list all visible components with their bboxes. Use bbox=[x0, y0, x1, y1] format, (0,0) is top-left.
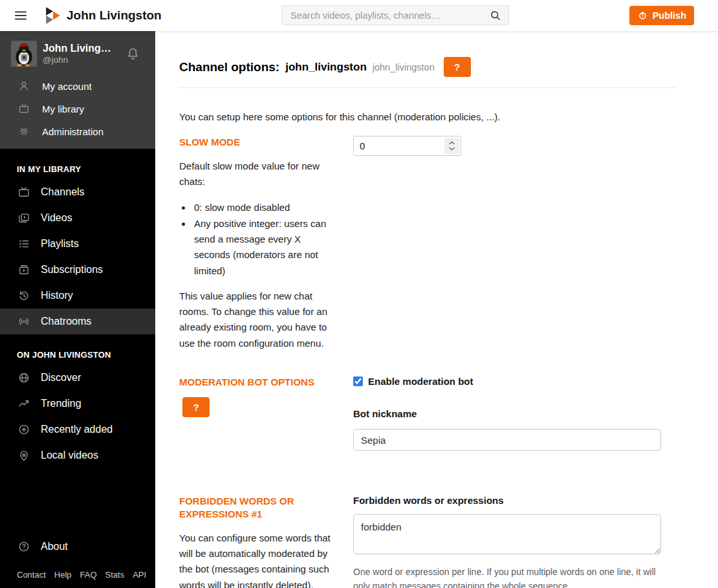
footer-link-stats[interactable]: Stats bbox=[105, 570, 125, 580]
bot-nickname-label: Bot nickname bbox=[353, 408, 661, 419]
sidebar: John Livingston @john My account My libr… bbox=[0, 31, 155, 588]
slow-mode-note: This value applies for new chat rooms. T… bbox=[179, 289, 331, 351]
peertube-logo[interactable] bbox=[46, 7, 60, 24]
sidebar-item-playlists[interactable]: Playlists bbox=[0, 231, 155, 257]
sidebar-item-label: Trending bbox=[41, 398, 82, 409]
sidebar-spacer bbox=[0, 468, 155, 534]
bot-nickname-input[interactable] bbox=[353, 429, 661, 451]
avatar[interactable] bbox=[11, 41, 37, 67]
search-input[interactable] bbox=[290, 10, 489, 21]
footer-link-help[interactable]: Help bbox=[54, 570, 72, 580]
globe-icon bbox=[17, 371, 30, 384]
moderation-bot-help-button[interactable]: ? bbox=[182, 397, 210, 417]
slow-mode-bullets: 0: slow mode disabled Any positive integ… bbox=[192, 200, 331, 278]
notification-bell-icon[interactable] bbox=[125, 46, 141, 62]
enable-bot-row: Enable moderation bot bbox=[353, 376, 661, 387]
footer-link-faq[interactable]: FAQ bbox=[80, 570, 97, 580]
account-menu: My account My library Administration bbox=[0, 75, 155, 143]
sidebar-item-history[interactable]: History bbox=[0, 283, 155, 309]
sidebar-item-local-videos[interactable]: Local videos bbox=[0, 442, 155, 468]
search-icon[interactable] bbox=[489, 9, 502, 22]
sidebar-item-chatrooms[interactable]: Chatrooms bbox=[0, 309, 155, 334]
page-title-row: Channel options: john_livingston john_li… bbox=[179, 57, 676, 88]
moderation-bot-label: MODERATION BOT OPTIONS bbox=[179, 376, 331, 389]
sidebar-item-trending[interactable]: Trending bbox=[0, 391, 155, 417]
moderation-bot-section: MODERATION BOT OPTIONS ? Enable moderati… bbox=[179, 376, 676, 451]
tv-icon bbox=[17, 186, 30, 199]
sidebar-item-label: Videos bbox=[41, 212, 72, 224]
page-help-button[interactable]: ? bbox=[444, 57, 471, 77]
sidebar-item-label: My account bbox=[42, 81, 92, 92]
chevron-up-icon bbox=[449, 141, 455, 145]
slow-mode-field bbox=[353, 136, 461, 156]
channel-name: john_livingston bbox=[285, 61, 367, 74]
enable-moderation-bot-checkbox[interactable] bbox=[353, 376, 363, 386]
sidebar-item-label: Administration bbox=[42, 126, 103, 137]
sidebar-item-my-library[interactable]: My library bbox=[0, 98, 155, 120]
sidebar-item-about[interactable]: About bbox=[0, 534, 155, 560]
menu-icon[interactable] bbox=[13, 8, 28, 23]
slow-mode-bullet: 0: slow mode disabled bbox=[192, 200, 331, 215]
publish-label: Publish bbox=[653, 10, 686, 21]
sidebar-item-label: Discover bbox=[41, 372, 81, 384]
sidebar-item-subscriptions[interactable]: Subscriptions bbox=[0, 257, 155, 283]
sidebar-item-label: Playlists bbox=[41, 238, 79, 250]
sidebar-item-administration[interactable]: Administration bbox=[0, 120, 155, 143]
user-name: John Livingston bbox=[43, 43, 114, 54]
tv-icon bbox=[18, 103, 31, 116]
trending-icon bbox=[17, 397, 30, 410]
slow-mode-description: Default slow mode value for new chats: bbox=[179, 158, 331, 190]
home-pin-icon bbox=[17, 449, 30, 462]
footer-link-contact[interactable]: Contact bbox=[17, 570, 46, 580]
sidebar-item-label: Recently added bbox=[41, 424, 113, 435]
sidebar-item-label: About bbox=[41, 541, 68, 552]
forbidden-words-description: You can configure some words that will b… bbox=[179, 530, 331, 588]
history-icon bbox=[17, 289, 30, 302]
forbidden-words-section: FORBIDDEN WORDS OR EXPRESSIONS #1 You ca… bbox=[179, 495, 676, 588]
user-block: John Livingston @john My account My libr… bbox=[0, 31, 155, 149]
sidebar-item-channels[interactable]: Channels bbox=[0, 179, 155, 205]
slow-mode-input[interactable] bbox=[354, 136, 443, 155]
sidebar-item-recently-added[interactable]: Recently added bbox=[0, 417, 155, 442]
top-bar: John Livingston Publish bbox=[0, 0, 718, 31]
sidebar-item-my-account[interactable]: My account bbox=[0, 75, 155, 98]
sidebar-item-label: Channels bbox=[41, 186, 85, 198]
instance-title[interactable]: John Livingston bbox=[67, 8, 162, 23]
user-icon bbox=[18, 80, 31, 93]
sidebar-item-label: My library bbox=[42, 103, 84, 114]
enable-moderation-bot-label: Enable moderation bot bbox=[368, 376, 473, 387]
number-stepper[interactable] bbox=[444, 138, 459, 154]
user-handle: @john bbox=[43, 55, 125, 65]
subscriptions-icon bbox=[17, 263, 30, 276]
sidebar-item-discover[interactable]: Discover bbox=[0, 365, 155, 391]
sidebar-footer: Contact Help FAQ Stats API bbox=[0, 560, 155, 588]
sidebar-item-label: History bbox=[41, 290, 73, 301]
sidebar-item-label: Subscriptions bbox=[41, 264, 103, 276]
intro-text: You can setup here some options for this… bbox=[179, 111, 676, 122]
plus-circle-icon bbox=[17, 423, 30, 436]
sidebar-item-label: Local videos bbox=[41, 450, 98, 461]
sidebar-item-videos[interactable]: Videos bbox=[0, 205, 155, 231]
search-box bbox=[281, 5, 509, 25]
section-header-in-my-library: IN MY LIBRARY bbox=[0, 149, 155, 179]
logged-in-user[interactable]: John Livingston @john bbox=[43, 43, 125, 65]
footer-link-api[interactable]: API bbox=[133, 570, 146, 580]
slow-mode-section: SLOW MODE Default slow mode value for ne… bbox=[179, 136, 676, 351]
gear-icon bbox=[18, 125, 31, 138]
chevron-down-icon bbox=[449, 147, 455, 151]
main-content: Channel options: john_livingston john_li… bbox=[155, 31, 718, 588]
slow-mode-label: SLOW MODE bbox=[179, 136, 331, 149]
publish-button[interactable]: Publish bbox=[629, 6, 694, 25]
forbidden-words-field-label: Forbidden words or expressions bbox=[353, 495, 661, 506]
channel-handle: john_livingston bbox=[373, 62, 435, 72]
forbidden-words-textarea[interactable]: forbidden bbox=[353, 514, 661, 554]
section-header-on-instance: ON JOHN LIVINGSTON bbox=[0, 334, 155, 365]
forbidden-words-helper: One word or expression per line. If you … bbox=[353, 565, 661, 588]
question-circle-icon bbox=[17, 540, 30, 553]
playlist-icon bbox=[17, 237, 30, 250]
sidebar-item-label: Chatrooms bbox=[41, 316, 91, 327]
slow-mode-bullet: Any positive integer: users can send a m… bbox=[192, 216, 331, 279]
broadcast-icon bbox=[17, 315, 30, 328]
page-title: Channel options: bbox=[179, 60, 279, 74]
videos-icon bbox=[17, 212, 30, 224]
